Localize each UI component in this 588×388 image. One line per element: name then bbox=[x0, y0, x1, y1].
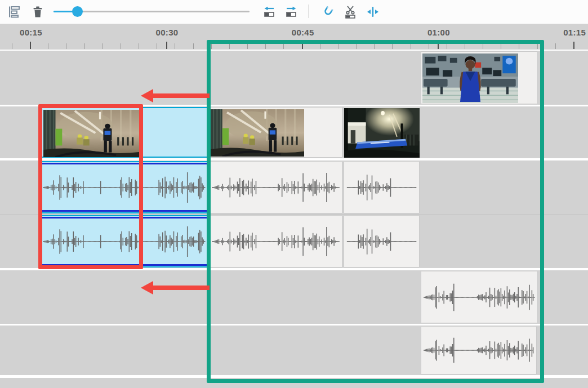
ruler-minor-tick bbox=[121, 43, 121, 49]
track-3-audio bbox=[0, 160, 588, 214]
ruler-minor-tick bbox=[265, 43, 266, 49]
magnet-icon bbox=[321, 5, 336, 19]
ruler-minor-tick bbox=[283, 43, 284, 49]
ruler-time-label: 01:15 bbox=[563, 28, 586, 37]
ruler-minor-tick bbox=[429, 43, 429, 49]
audio-clip[interactable] bbox=[209, 215, 342, 267]
selection-accent-line bbox=[41, 217, 207, 218]
ruler-minor-tick bbox=[555, 43, 556, 49]
selection-accent-line bbox=[41, 264, 207, 266]
ruler-minor-tick bbox=[193, 43, 194, 49]
track-separator bbox=[0, 158, 588, 160]
scissors-bar-icon bbox=[344, 5, 358, 19]
time-ruler[interactable]: 00:1500:3000:4501:0001:15 bbox=[0, 24, 588, 50]
track-separator bbox=[0, 105, 588, 106]
track-separator bbox=[0, 268, 588, 270]
ruler-minor-tick bbox=[356, 43, 357, 49]
ruler-major-tick bbox=[573, 42, 574, 49]
timeline-panel: 00:1500:3000:4501:0001:15 bbox=[0, 0, 588, 388]
ruler-minor-tick bbox=[411, 43, 411, 49]
video-clip-selected[interactable] bbox=[40, 107, 208, 158]
track-separator bbox=[0, 324, 588, 325]
ruler-minor-tick bbox=[483, 43, 483, 49]
audio-waveform bbox=[43, 163, 206, 211]
storyboard-icon bbox=[7, 5, 22, 19]
ruler-minor-tick bbox=[66, 43, 66, 49]
clip-thumbnail-fire-day bbox=[211, 109, 304, 157]
ruler-minor-tick bbox=[211, 43, 212, 49]
ruler-minor-tick bbox=[447, 43, 447, 49]
audio-waveform bbox=[346, 163, 417, 211]
audio-clip-selected[interactable] bbox=[40, 161, 208, 213]
split-at-playhead-button[interactable] bbox=[364, 3, 382, 21]
video-clip[interactable] bbox=[344, 107, 420, 158]
ruler-minor-tick bbox=[103, 43, 103, 49]
audio-clip[interactable] bbox=[344, 215, 420, 267]
video-clip[interactable] bbox=[209, 107, 342, 158]
track-5-audio bbox=[0, 270, 588, 324]
ruler-minor-tick bbox=[48, 43, 48, 49]
zoom-slider-thumb[interactable] bbox=[72, 6, 83, 17]
clip-thumbnail-fire-day bbox=[43, 110, 140, 157]
track-4-audio bbox=[0, 215, 588, 268]
ruler-minor-tick bbox=[175, 43, 175, 49]
audio-clip[interactable] bbox=[421, 326, 537, 374]
audio-clip[interactable] bbox=[421, 271, 538, 323]
ruler-minor-tick bbox=[392, 43, 393, 49]
trash-icon bbox=[31, 5, 46, 19]
arrow-right-bar-icon bbox=[284, 5, 299, 19]
ruler-minor-tick bbox=[537, 43, 538, 49]
ripple-move-left-button[interactable] bbox=[261, 3, 279, 21]
audio-waveform bbox=[424, 328, 534, 372]
ruler-major-tick bbox=[30, 42, 31, 49]
audio-clip-selected[interactable] bbox=[40, 215, 208, 267]
toolbar bbox=[0, 0, 588, 24]
ruler-minor-tick bbox=[247, 43, 248, 49]
ruler-minor-tick bbox=[320, 43, 320, 49]
ruler-time-label: 00:30 bbox=[156, 28, 179, 37]
ruler-minor-tick bbox=[157, 43, 157, 49]
ruler-time-label: 01:00 bbox=[427, 28, 450, 37]
ruler-major-tick bbox=[166, 42, 167, 49]
track-separator bbox=[0, 214, 588, 215]
ruler-minor-tick bbox=[12, 43, 12, 49]
video-clip[interactable] bbox=[421, 51, 538, 104]
ruler-time-label: 00:15 bbox=[20, 28, 42, 37]
audio-waveform bbox=[424, 273, 535, 321]
ruler-minor-tick bbox=[139, 43, 139, 49]
ripple-move-right-button[interactable] bbox=[283, 3, 301, 21]
audio-waveform bbox=[346, 217, 417, 265]
track-1-video bbox=[0, 51, 588, 105]
selection-accent-line bbox=[41, 163, 207, 164]
ruler-major-tick bbox=[302, 42, 303, 49]
split-arrows-icon bbox=[366, 5, 381, 19]
snap-toggle-button[interactable] bbox=[319, 3, 337, 21]
storyboard-view-button[interactable] bbox=[6, 3, 24, 21]
delete-button[interactable] bbox=[29, 3, 47, 21]
ruler-major-tick bbox=[438, 42, 439, 49]
audio-clip[interactable] bbox=[209, 161, 342, 213]
split-clip-button[interactable] bbox=[342, 3, 360, 21]
clip-thumbnail-newsroom bbox=[422, 53, 518, 103]
track-2-video bbox=[0, 106, 588, 158]
zoom-slider-track[interactable] bbox=[54, 11, 250, 12]
arrow-left-bar-icon bbox=[262, 5, 277, 19]
toolbar-divider bbox=[308, 5, 309, 18]
ruler-minor-tick bbox=[229, 43, 230, 49]
track-6-audio bbox=[0, 325, 588, 375]
track-separator bbox=[0, 50, 588, 51]
audio-clip[interactable] bbox=[344, 161, 420, 213]
audio-waveform bbox=[212, 217, 340, 265]
ruler-minor-tick bbox=[84, 43, 85, 49]
ruler-minor-tick bbox=[338, 43, 338, 49]
audio-waveform bbox=[212, 163, 340, 211]
ruler-time-label: 00:45 bbox=[292, 28, 314, 37]
ruler-minor-tick bbox=[501, 43, 501, 49]
selection-accent-line bbox=[41, 210, 207, 212]
track-separator bbox=[0, 375, 588, 378]
ruler-minor-tick bbox=[374, 43, 375, 49]
ruler-minor-tick bbox=[519, 43, 519, 49]
ruler-minor-tick bbox=[465, 43, 465, 49]
audio-waveform bbox=[43, 217, 206, 265]
clip-thumbnail-fire-night bbox=[344, 108, 420, 158]
